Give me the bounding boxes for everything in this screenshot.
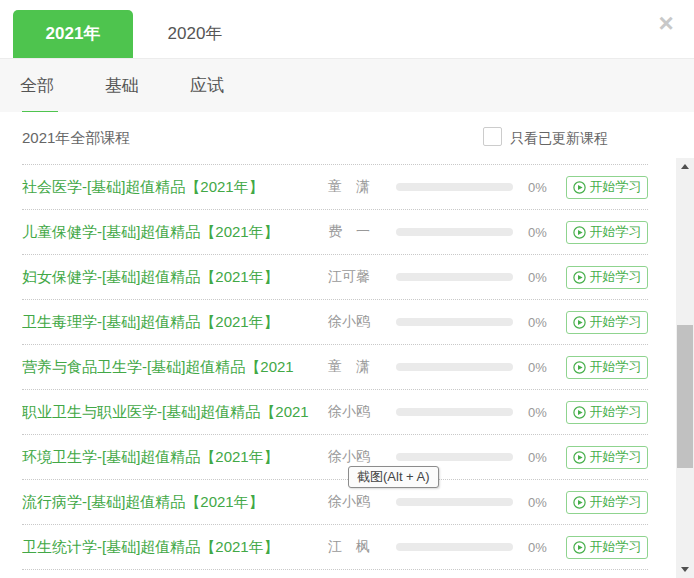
course-title[interactable]: 营养与食品卫生学-[基础]超值精品【2021 <box>22 358 328 377</box>
start-learning-label: 开始学习 <box>590 223 642 241</box>
course-title[interactable]: 环境卫生学-[基础]超值精品【2021年】 <box>22 448 328 467</box>
course-teacher: 徐小鸥 <box>328 313 396 331</box>
tab-year-2020[interactable]: 2020年 <box>140 10 250 58</box>
progress-percent: 0% <box>528 225 566 240</box>
play-circle-icon <box>573 271 586 284</box>
scroll-down-arrow-icon <box>681 567 689 572</box>
course-teacher: 费 一 <box>328 223 396 241</box>
course-teacher: 江 枫 <box>328 538 396 556</box>
play-circle-icon <box>573 181 586 194</box>
course-teacher: 童 潇 <box>328 178 396 196</box>
tab-year-2021[interactable]: 2021年 <box>13 10 133 58</box>
start-learning-button[interactable]: 开始学习 <box>566 176 648 199</box>
filter-tab-exam[interactable]: 应试 <box>190 59 224 113</box>
course-dialog: 2021年 2020年 × 全部 基础 应试 2021年全部课程 只看已更新课程… <box>0 0 694 578</box>
vertical-scrollbar[interactable] <box>676 158 694 578</box>
progress-bar <box>396 183 513 191</box>
course-row: 卫生毒理学-[基础]超值精品【2021年】 徐小鸥 0% 开始学习 <box>22 300 648 345</box>
scrollbar-thumb[interactable] <box>677 325 693 468</box>
progress-percent: 0% <box>528 405 566 420</box>
start-learning-button[interactable]: 开始学习 <box>566 446 648 469</box>
start-learning-label: 开始学习 <box>590 358 642 376</box>
play-circle-icon <box>573 361 586 374</box>
course-teacher: 徐小鸥 <box>328 448 396 466</box>
play-circle-icon <box>573 226 586 239</box>
course-row: 社会医学-[基础]超值精品【2021年】 童 潇 0% 开始学习 <box>22 165 648 210</box>
start-learning-label: 开始学习 <box>590 313 642 331</box>
course-title[interactable]: 社会医学-[基础]超值精品【2021年】 <box>22 178 328 197</box>
filter-tabbar: 全部 基础 应试 <box>0 58 694 112</box>
course-title[interactable]: 卫生毒理学-[基础]超值精品【2021年】 <box>22 313 328 332</box>
list-header: 2021年全部课程 只看已更新课程 <box>0 112 694 164</box>
scroll-up-arrow-icon <box>681 164 689 169</box>
course-row: 卫生统计学-[基础]超值精品【2021年】 江 枫 0% 开始学习 <box>22 525 648 570</box>
course-teacher: 江可馨 <box>328 268 396 286</box>
start-learning-button[interactable]: 开始学习 <box>566 536 648 559</box>
course-title[interactable]: 儿童保健学-[基础]超值精品【2021年】 <box>22 223 328 242</box>
progress-percent: 0% <box>528 270 566 285</box>
start-learning-button[interactable]: 开始学习 <box>566 266 648 289</box>
filter-tab-all[interactable]: 全部 <box>20 59 54 113</box>
course-teacher: 徐小鸥 <box>328 403 396 421</box>
close-icon[interactable]: × <box>650 8 682 40</box>
course-title[interactable]: 流行病学-[基础]超值精品【2021年】 <box>22 493 328 512</box>
progress-bar <box>396 498 513 506</box>
progress-bar <box>396 318 513 326</box>
progress-bar <box>396 453 513 461</box>
progress-percent: 0% <box>528 360 566 375</box>
year-tabbar: 2021年 2020年 × <box>0 0 694 58</box>
progress-percent: 0% <box>528 315 566 330</box>
progress-percent: 0% <box>528 540 566 555</box>
play-circle-icon <box>573 496 586 509</box>
play-circle-icon <box>573 406 586 419</box>
course-title[interactable]: 职业卫生与职业医学-[基础]超值精品【2021 <box>22 403 328 422</box>
progress-bar <box>396 408 513 416</box>
start-learning-label: 开始学习 <box>590 178 642 196</box>
course-title[interactable]: 卫生统计学-[基础]超值精品【2021年】 <box>22 538 328 557</box>
updated-only-label: 只看已更新课程 <box>510 112 608 164</box>
progress-percent: 0% <box>528 495 566 510</box>
list-title: 2021年全部课程 <box>22 112 130 164</box>
progress-bar <box>396 228 513 236</box>
scroll-up-button[interactable] <box>676 158 694 174</box>
progress-bar <box>396 543 513 551</box>
start-learning-button[interactable]: 开始学习 <box>566 221 648 244</box>
start-learning-label: 开始学习 <box>590 538 642 556</box>
screenshot-tooltip: 截图(Alt + A) <box>348 466 439 488</box>
course-list: 社会医学-[基础]超值精品【2021年】 童 潇 0% 开始学习 儿童保健学-[… <box>22 164 648 570</box>
play-circle-icon <box>573 451 586 464</box>
course-teacher: 徐小鸥 <box>328 493 396 511</box>
progress-percent: 0% <box>528 180 566 195</box>
play-circle-icon <box>573 541 586 554</box>
start-learning-label: 开始学习 <box>590 403 642 421</box>
start-learning-button[interactable]: 开始学习 <box>566 311 648 334</box>
play-circle-icon <box>573 316 586 329</box>
start-learning-button[interactable]: 开始学习 <box>566 491 648 514</box>
start-learning-label: 开始学习 <box>590 493 642 511</box>
course-row: 职业卫生与职业医学-[基础]超值精品【2021 徐小鸥 0% 开始学习 <box>22 390 648 435</box>
start-learning-button[interactable]: 开始学习 <box>566 401 648 424</box>
course-row: 儿童保健学-[基础]超值精品【2021年】 费 一 0% 开始学习 <box>22 210 648 255</box>
filter-tab-basic[interactable]: 基础 <box>105 59 139 113</box>
start-learning-button[interactable]: 开始学习 <box>566 356 648 379</box>
course-row: 环境卫生学-[基础]超值精品【2021年】 徐小鸥 0% 开始学习 <box>22 435 648 480</box>
progress-bar <box>396 363 513 371</box>
course-title[interactable]: 妇女保健学-[基础]超值精品【2021年】 <box>22 268 328 287</box>
course-row: 流行病学-[基础]超值精品【2021年】 徐小鸥 0% 开始学习 <box>22 480 648 525</box>
start-learning-label: 开始学习 <box>590 448 642 466</box>
start-learning-label: 开始学习 <box>590 268 642 286</box>
course-row: 妇女保健学-[基础]超值精品【2021年】 江可馨 0% 开始学习 <box>22 255 648 300</box>
course-row: 营养与食品卫生学-[基础]超值精品【2021 童 潇 0% 开始学习 <box>22 345 648 390</box>
progress-bar <box>396 273 513 281</box>
scroll-down-button[interactable] <box>676 562 694 578</box>
progress-percent: 0% <box>528 450 566 465</box>
course-teacher: 童 潇 <box>328 358 396 376</box>
updated-only-checkbox[interactable] <box>483 127 502 146</box>
